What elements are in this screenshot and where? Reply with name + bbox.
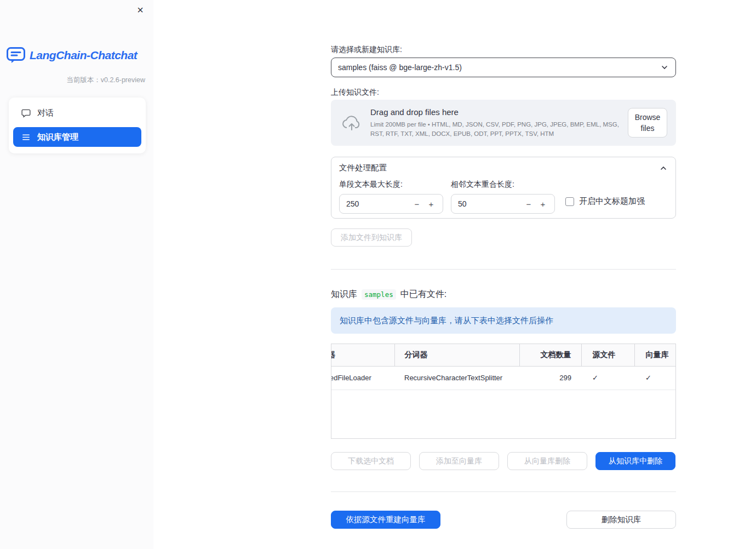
kb-select-label: 请选择或新建知识库: [331, 45, 676, 55]
chat-bubble-icon [21, 108, 31, 118]
delete-kb-button[interactable]: 删除知识库 [566, 511, 676, 529]
kb-select-value: samples (faiss @ bge-large-zh-v1.5) [338, 63, 660, 72]
overlap-decrement-button[interactable]: − [522, 196, 536, 211]
kb-actions: 依据源文件重建向量库 删除知识库 [331, 511, 676, 529]
overlap-size-value: 50 [458, 199, 522, 208]
app-logo-text: LangChain-Chatchat [30, 49, 137, 62]
chunk-size-decrement-button[interactable]: − [410, 196, 424, 211]
sidebar: × LangChain-Chatchat 当前版本：v0.2.6-preview [0, 0, 153, 549]
app-root: × LangChain-Chatchat 当前版本：v0.2.6-preview [0, 0, 756, 549]
column-header-vector-store[interactable]: 向量库 [634, 344, 676, 366]
chevron-up-icon [659, 164, 668, 173]
chunk-size-input[interactable]: 250 − + [339, 194, 443, 214]
version-label: 当前版本：v0.2.6-preview [66, 76, 145, 85]
file-actions: 下载选中文档 添加至向量库 从向量库删除 从知识库中删除 [331, 452, 676, 470]
zh-title-enhance-label: 开启中文标题加强 [579, 196, 645, 207]
overlap-size-input[interactable]: 50 − + [451, 194, 555, 214]
browse-files-button[interactable]: Browse files [628, 108, 667, 138]
cell-loader: UnstructuredFileLoader [331, 366, 394, 390]
chat-logo-icon [7, 47, 25, 64]
dropzone-title: Drag and drop files here [370, 107, 622, 117]
zh-title-enhance-checkbox[interactable] [565, 197, 574, 206]
add-to-vector-store-button[interactable]: 添加至向量库 [419, 452, 499, 470]
overlap-increment-button[interactable]: + [536, 196, 550, 211]
upload-label: 上传知识文件: [331, 88, 676, 98]
sidebar-menu: 对话 知识库管理 [9, 98, 146, 153]
info-banner: 知识库中包含源文件与向量库，请从下表中选择文件后操作 [331, 307, 676, 334]
rebuild-vector-store-button[interactable]: 依据源文件重建向量库 [331, 511, 440, 529]
cell-doc-count: 299 [519, 366, 581, 390]
sidebar-item-chat[interactable]: 对话 [13, 103, 141, 123]
download-selected-button[interactable]: 下载选中文档 [331, 452, 411, 470]
cell-vector-store-check: ✓ [634, 366, 676, 390]
cell-splitter: RecursiveCharacterTextSplitter [394, 366, 519, 390]
expander-title: 文件处理配置 [339, 163, 387, 173]
dropzone-limits: Limit 200MB per file • HTML, MD, JSON, C… [370, 120, 622, 138]
add-files-button[interactable]: 添加文件到知识库 [331, 228, 412, 247]
files-table: 文档加载器 分词器 文档数量 源文件 向量库 UnstructuredFileL… [331, 344, 676, 439]
table-header-row: 文档加载器 分词器 文档数量 源文件 向量库 [331, 344, 676, 366]
sidebar-item-chat-label: 对话 [37, 108, 54, 118]
column-header-source-file[interactable]: 源文件 [581, 344, 634, 366]
delete-from-vector-store-button[interactable]: 从向量库删除 [507, 452, 587, 470]
column-header-loader[interactable]: 文档加载器 [331, 344, 394, 366]
main-content: 请选择或新建知识库: samples (faiss @ bge-large-zh… [331, 0, 676, 529]
sidebar-item-knowledge-base[interactable]: 知识库管理 [13, 127, 141, 147]
cloud-upload-icon [340, 114, 364, 131]
column-header-splitter[interactable]: 分词器 [394, 344, 519, 366]
file-config-expander: 文件处理配置 单段文本最大长度: 250 − + 相邻文本重合长度: [331, 157, 676, 219]
chunk-size-increment-button[interactable]: + [424, 196, 438, 211]
delete-from-kb-button[interactable]: 从知识库中删除 [595, 452, 675, 470]
divider [331, 269, 676, 270]
table-row[interactable]: UnstructuredFileLoader RecursiveCharacte… [331, 366, 676, 390]
list-icon [21, 132, 31, 142]
kb-files-suffix: 中已有文件: [400, 289, 446, 300]
expander-header[interactable]: 文件处理配置 [331, 157, 675, 173]
chevron-down-icon [660, 63, 669, 72]
app-logo: LangChain-Chatchat [7, 47, 137, 64]
kb-name-code: samples [362, 289, 396, 300]
overlap-size-label: 相邻文本重合长度: [451, 180, 555, 190]
chunk-size-value: 250 [346, 199, 410, 208]
kb-files-prefix: 知识库 [331, 289, 357, 300]
sidebar-close-icon[interactable]: × [134, 3, 147, 16]
sidebar-item-knowledge-base-label: 知识库管理 [37, 132, 78, 142]
chunk-size-label: 单段文本最大长度: [339, 180, 443, 190]
kb-select[interactable]: samples (faiss @ bge-large-zh-v1.5) [331, 58, 676, 77]
cell-source-file-check: ✓ [581, 366, 634, 390]
column-header-doc-count[interactable]: 文档数量 [519, 344, 581, 366]
file-dropzone[interactable]: Drag and drop files here Limit 200MB per… [331, 100, 676, 146]
kb-files-heading: 知识库 samples 中已有文件: [331, 288, 676, 300]
divider [331, 491, 676, 492]
